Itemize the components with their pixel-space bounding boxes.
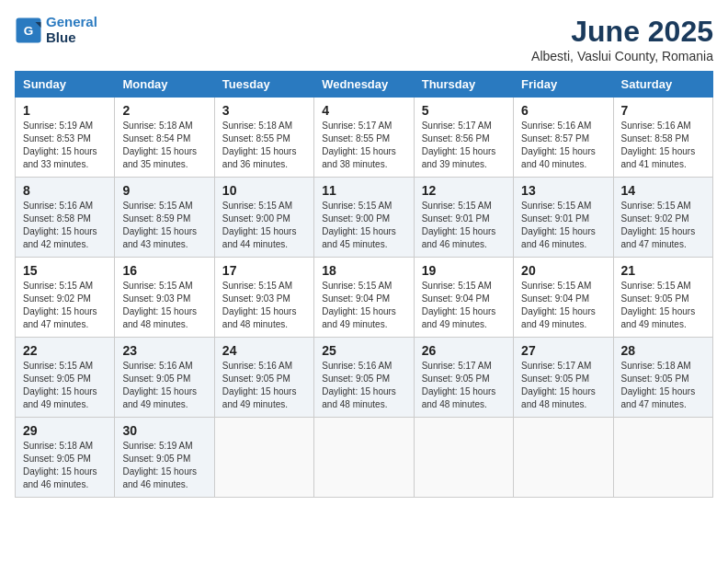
day-number: 10 [222, 183, 306, 198]
day-number: 25 [322, 343, 405, 358]
cell-sunrise: Sunrise: 5:18 AM [23, 441, 93, 451]
cell-daylight: Daylight: 15 hours and 48 minutes. [122, 306, 197, 329]
cell-sunrise: Sunrise: 5:15 AM [521, 281, 591, 291]
title-area: June 2025 Albesti, Vaslui County, Romani… [531, 15, 713, 63]
cell-daylight: Daylight: 15 hours and 48 minutes. [322, 386, 396, 409]
calendar-cell: 8 Sunrise: 5:16 AM Sunset: 8:58 PM Dayli… [16, 178, 115, 258]
cell-daylight: Daylight: 15 hours and 49 minutes. [422, 306, 496, 329]
day-number: 30 [122, 423, 206, 438]
cell-sunrise: Sunrise: 5:16 AM [122, 361, 192, 371]
calendar-cell: 16 Sunrise: 5:15 AM Sunset: 9:03 PM Dayl… [115, 258, 214, 338]
cell-daylight: Daylight: 15 hours and 43 minutes. [122, 226, 197, 249]
cell-daylight: Daylight: 15 hours and 46 minutes. [422, 226, 496, 249]
location-subtitle: Albesti, Vaslui County, Romania [531, 49, 713, 63]
cell-sunrise: Sunrise: 5:16 AM [23, 201, 93, 211]
logo-icon: G [15, 17, 42, 44]
header-monday: Monday [115, 72, 214, 98]
cell-daylight: Daylight: 15 hours and 46 minutes. [122, 466, 197, 489]
day-number: 5 [422, 103, 506, 118]
day-number: 26 [422, 343, 506, 358]
cell-daylight: Daylight: 15 hours and 45 minutes. [322, 226, 396, 249]
cell-sunrise: Sunrise: 5:15 AM [222, 281, 292, 291]
calendar-cell: 10 Sunrise: 5:15 AM Sunset: 9:00 PM Dayl… [214, 178, 313, 258]
cell-daylight: Daylight: 15 hours and 48 minutes. [222, 306, 297, 329]
calendar-cell [514, 418, 613, 498]
cell-daylight: Daylight: 15 hours and 33 minutes. [23, 146, 97, 169]
calendar-cell: 5 Sunrise: 5:17 AM Sunset: 8:56 PM Dayli… [414, 98, 513, 178]
cell-sunrise: Sunrise: 5:15 AM [422, 201, 492, 211]
month-title: June 2025 [531, 15, 713, 49]
cell-sunset: Sunset: 9:05 PM [621, 373, 689, 384]
cell-sunset: Sunset: 9:05 PM [422, 373, 490, 384]
day-number: 7 [621, 103, 705, 118]
cell-sunrise: Sunrise: 5:17 AM [322, 121, 392, 131]
calendar-cell: 19 Sunrise: 5:15 AM Sunset: 9:04 PM Dayl… [414, 258, 513, 338]
cell-sunset: Sunset: 9:05 PM [122, 454, 190, 464]
calendar-cell: 26 Sunrise: 5:17 AM Sunset: 9:05 PM Dayl… [414, 338, 513, 418]
logo-blue: Blue [46, 29, 76, 45]
cell-daylight: Daylight: 15 hours and 42 minutes. [23, 226, 97, 249]
calendar-cell: 14 Sunrise: 5:15 AM Sunset: 9:02 PM Dayl… [613, 178, 712, 258]
cell-daylight: Daylight: 15 hours and 49 minutes. [621, 306, 696, 329]
calendar-cell: 22 Sunrise: 5:15 AM Sunset: 9:05 PM Dayl… [16, 338, 115, 418]
cell-daylight: Daylight: 15 hours and 36 minutes. [222, 146, 297, 169]
cell-daylight: Daylight: 15 hours and 40 minutes. [521, 146, 596, 169]
cell-sunset: Sunset: 9:05 PM [122, 373, 190, 384]
day-number: 3 [222, 103, 306, 118]
day-number: 29 [23, 423, 107, 438]
cell-sunrise: Sunrise: 5:15 AM [621, 201, 691, 211]
cell-sunrise: Sunrise: 5:16 AM [222, 361, 292, 371]
cell-daylight: Daylight: 15 hours and 47 minutes. [23, 306, 97, 329]
day-number: 17 [222, 263, 306, 278]
cell-sunset: Sunset: 9:03 PM [122, 293, 190, 304]
cell-sunset: Sunset: 9:05 PM [322, 373, 390, 384]
cell-sunrise: Sunrise: 5:15 AM [422, 281, 492, 291]
calendar-cell [214, 418, 313, 498]
calendar-cell: 24 Sunrise: 5:16 AM Sunset: 9:05 PM Dayl… [214, 338, 313, 418]
cell-sunrise: Sunrise: 5:16 AM [521, 121, 591, 131]
logo: G General Blue [15, 15, 97, 45]
day-number: 16 [122, 263, 206, 278]
calendar-cell: 23 Sunrise: 5:16 AM Sunset: 9:05 PM Dayl… [115, 338, 214, 418]
calendar-cell: 17 Sunrise: 5:15 AM Sunset: 9:03 PM Dayl… [214, 258, 313, 338]
cell-sunset: Sunset: 9:04 PM [322, 293, 390, 304]
cell-sunrise: Sunrise: 5:15 AM [122, 281, 192, 291]
cell-sunrise: Sunrise: 5:15 AM [222, 201, 292, 211]
cell-sunset: Sunset: 8:55 PM [222, 133, 290, 144]
day-number: 1 [23, 103, 107, 118]
day-number: 18 [322, 263, 405, 278]
cell-daylight: Daylight: 15 hours and 49 minutes. [322, 306, 396, 329]
day-number: 21 [621, 263, 705, 278]
cell-sunset: Sunset: 9:05 PM [23, 454, 91, 464]
calendar-cell: 9 Sunrise: 5:15 AM Sunset: 8:59 PM Dayli… [115, 178, 214, 258]
calendar-cell [613, 418, 712, 498]
cell-sunrise: Sunrise: 5:17 AM [521, 361, 591, 371]
cell-sunrise: Sunrise: 5:19 AM [122, 441, 192, 451]
calendar-cell: 4 Sunrise: 5:17 AM Sunset: 8:55 PM Dayli… [314, 98, 414, 178]
day-number: 14 [621, 183, 705, 198]
cell-sunset: Sunset: 8:59 PM [122, 213, 190, 224]
cell-daylight: Daylight: 15 hours and 49 minutes. [23, 386, 97, 409]
cell-sunrise: Sunrise: 5:15 AM [23, 281, 93, 291]
header-friday: Friday [514, 72, 613, 98]
cell-sunset: Sunset: 8:57 PM [521, 133, 589, 144]
calendar-table: Sunday Monday Tuesday Wednesday Thursday… [15, 71, 713, 498]
calendar-cell: 1 Sunrise: 5:19 AM Sunset: 8:53 PM Dayli… [16, 98, 115, 178]
cell-sunset: Sunset: 8:54 PM [122, 133, 190, 144]
cell-sunset: Sunset: 9:03 PM [222, 293, 290, 304]
cell-sunset: Sunset: 9:01 PM [422, 213, 490, 224]
cell-daylight: Daylight: 15 hours and 48 minutes. [422, 386, 496, 409]
header-sunday: Sunday [16, 72, 115, 98]
header-tuesday: Tuesday [214, 72, 313, 98]
cell-sunrise: Sunrise: 5:16 AM [322, 361, 392, 371]
cell-sunset: Sunset: 9:05 PM [222, 373, 290, 384]
day-number: 4 [322, 103, 405, 118]
calendar-cell: 2 Sunrise: 5:18 AM Sunset: 8:54 PM Dayli… [115, 98, 214, 178]
day-number: 19 [422, 263, 506, 278]
day-number: 15 [23, 263, 107, 278]
day-number: 6 [521, 103, 605, 118]
cell-daylight: Daylight: 15 hours and 44 minutes. [222, 226, 297, 249]
header-thursday: Thursday [414, 72, 513, 98]
cell-daylight: Daylight: 15 hours and 49 minutes. [521, 306, 596, 329]
calendar-cell [314, 418, 414, 498]
